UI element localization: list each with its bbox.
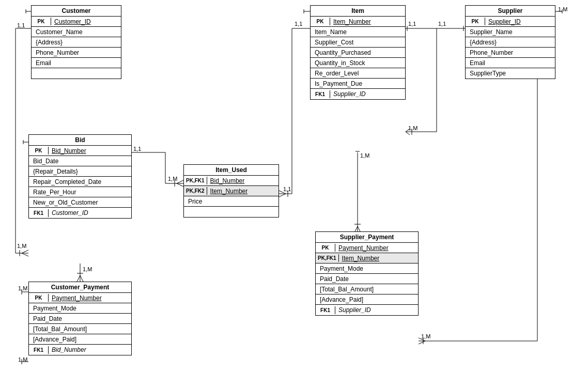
diagram-container: 1,1 1,1 1,M 1,1 1,1 1,M 1,1 1,1 1,1 1,1 … — [0, 0, 588, 388]
supplier-payment-fk1-row: FK1 Supplier_ID — [316, 305, 418, 315]
customer-title: Customer — [32, 6, 121, 17]
customer-pk-row: PK Customer_ID — [32, 17, 121, 27]
svg-line-43 — [419, 341, 425, 344]
card-item-top: 1,1 — [295, 21, 302, 27]
svg-line-30 — [406, 132, 410, 135]
bid-fk1-field: Customer_ID — [49, 208, 91, 218]
item-pk-label: PK — [311, 18, 330, 25]
svg-line-3 — [22, 250, 28, 253]
supplier-field-3: Phone_Number — [466, 48, 555, 58]
bid-field-5: New_or_Old_Customer — [29, 197, 131, 208]
bid-title: Bid — [29, 135, 131, 146]
supplier-payment-pk-label: PK — [316, 244, 335, 252]
customer-payment-field-2: Paid_Date — [29, 314, 131, 324]
supplier-field-5: SupplierType — [466, 68, 555, 79]
supplier-payment-title: Supplier_Payment — [316, 232, 418, 243]
item-entity: Item PK Item_Number Item_Name Supplier_C… — [310, 5, 406, 100]
item-fk1-row: FK1 Supplier_ID — [311, 89, 405, 99]
svg-line-47 — [80, 275, 83, 282]
customer-payment-title: Customer_Payment — [29, 282, 131, 293]
supplier-payment-entity: Supplier_Payment PK Payment_Number PK,FK… — [315, 231, 419, 316]
card-suppayment-supplier: 1,M — [421, 333, 430, 339]
supplier-payment-field-2: Paid_Date — [316, 274, 418, 284]
svg-line-13 — [177, 180, 183, 183]
item-used-entity: Item_Used PK,FK1 Bid_Number PK,FK2 Item_… — [183, 164, 279, 218]
customer-payment-field-3: [Total_Bal_Amount] — [29, 324, 131, 334]
card-bid-customer-bottom: 1,M — [17, 243, 26, 249]
supplier-payment-field-4: [Advance_Paid] — [316, 294, 418, 305]
card-bid-custpay: 1,M — [83, 266, 92, 272]
card-supplier-right: 1,M — [558, 6, 567, 12]
supplier-payment-field-3: [Total_Bal_Amount] — [316, 284, 418, 294]
item-field-3: Quantity_Purchased — [311, 48, 405, 58]
customer-payment-field-1: Payment_Mode — [29, 303, 131, 314]
bid-pk-field: Bid_Number — [49, 146, 89, 156]
supplier-field-1: Supplier_Name — [466, 27, 555, 37]
svg-line-22 — [279, 194, 286, 197]
item-used-title: Item_Used — [184, 165, 278, 176]
item-used-pkfk1-field: Bid_Number — [207, 176, 248, 185]
customer-payment-entity: Customer_Payment PK Payment_Number Payme… — [28, 282, 132, 355]
customer-payment-pk-field: Payment_Number — [49, 293, 105, 303]
supplier-payment-fk1-field: Supplier_ID — [335, 305, 374, 315]
card-supplier-left: 1,1 — [438, 21, 446, 27]
supplier-payment-pk-row: PK Payment_Number — [316, 243, 418, 253]
supplier-payment-field-1: Payment_Mode — [316, 263, 418, 274]
customer-pk-field: Customer_ID — [51, 17, 94, 26]
supplier-pk-field: Supplier_ID — [485, 17, 524, 26]
card-item-suppayment: 1,M — [360, 152, 369, 159]
item-used-spacer — [184, 207, 278, 217]
customer-field-2: {Address} — [32, 37, 121, 48]
bid-entity: Bid PK Bid_Number Bid_Date {Repair_Detai… — [28, 134, 132, 219]
supplier-payment-pkfk1-label: PK,FK1 — [316, 254, 339, 262]
customer-pk-label: PK — [32, 18, 51, 25]
bid-field-4: Rate_Per_Hour — [29, 187, 131, 197]
item-used-field-1: Price — [184, 196, 278, 207]
customer-field-3: Phone_Number — [32, 48, 121, 58]
customer-field-4: Email — [32, 58, 121, 68]
bid-field-1: Bid_Date — [29, 156, 131, 166]
customer-payment-field-4: [Advance_Paid] — [29, 334, 131, 345]
item-used-pkfk1-row: PK,FK1 Bid_Number — [184, 176, 278, 186]
item-fk1-label: FK1 — [311, 90, 330, 98]
customer-entity: Customer PK Customer_ID Customer_Name {A… — [31, 5, 121, 79]
supplier-title: Supplier — [466, 6, 555, 17]
item-field-5: Re_order_Level — [311, 68, 405, 79]
svg-line-46 — [77, 275, 80, 282]
item-field-1: Item_Name — [311, 27, 405, 37]
bid-fk1-row: FK1 Customer_ID — [29, 208, 131, 218]
card-custpay-left: 1,M — [18, 285, 27, 291]
card-itemused-item: 1,1 — [283, 186, 291, 192]
supplier-entity: Supplier PK Supplier_ID Supplier_Name {A… — [465, 5, 555, 79]
item-pk-row: PK Item_Number — [311, 17, 405, 27]
svg-line-4 — [22, 253, 28, 256]
card-item-fk1: 1,M — [408, 125, 417, 131]
card-item-supplier-right: 1,1 — [408, 21, 416, 27]
item-fk1-field: Supplier_ID — [330, 89, 369, 99]
bid-pk-row: PK Bid_Number — [29, 146, 131, 156]
customer-payment-fk1-label: FK1 — [29, 346, 49, 354]
supplier-payment-pk-field: Payment_Number — [335, 243, 392, 253]
bid-pk-label: PK — [29, 147, 49, 154]
supplier-field-2: {Address} — [466, 37, 555, 48]
supplier-pk-row: PK Supplier_ID — [466, 17, 555, 27]
svg-line-14 — [177, 183, 183, 187]
bid-fk1-label: FK1 — [29, 209, 49, 217]
customer-spacer — [32, 68, 121, 79]
supplier-payment-fk1-label: FK1 — [316, 306, 335, 314]
card-custpay-fk1: 1,M — [18, 356, 27, 363]
supplier-payment-pkfk1-field: Item_Number — [339, 254, 383, 263]
customer-payment-pk-row: PK Payment_Number — [29, 293, 131, 303]
item-field-2: Supplier_Cost — [311, 37, 405, 48]
customer-payment-fk1-row: FK1 Bid_Number — [29, 345, 131, 355]
item-field-4: Quantity_in_Stock — [311, 58, 405, 68]
card-customer-left-top: 1,1 — [17, 22, 25, 28]
customer-payment-fk1-field: Bid_Number — [49, 345, 89, 354]
card-bid-right: 1,1 — [133, 146, 141, 152]
item-title: Item — [311, 6, 405, 17]
supplier-payment-pkfk1-row: PK,FK1 Item_Number — [316, 253, 418, 263]
item-used-pkfk2-field: Item_Number — [207, 187, 251, 196]
card-bid-itemused: 1,M — [168, 176, 177, 182]
item-used-pkfk2-label: PK,FK2 — [184, 187, 207, 195]
bid-field-3: Repair_Completed_Date — [29, 177, 131, 187]
